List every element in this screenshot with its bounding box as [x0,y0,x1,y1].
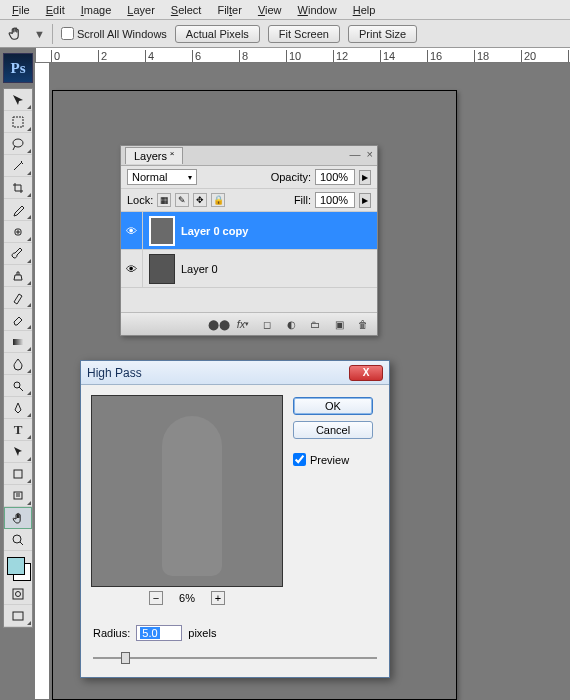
lock-label: Lock: [127,194,153,206]
marquee-tool[interactable] [4,111,32,133]
fill-stepper[interactable]: ▶ [359,193,371,208]
lasso-tool[interactable] [4,133,32,155]
svg-point-7 [13,535,21,543]
zoom-in-button[interactable]: + [211,591,225,605]
brush-tool[interactable] [4,243,32,265]
lock-transparency-icon[interactable]: ▦ [157,193,171,207]
layer-name: Layer 0 copy [181,225,248,237]
layers-tab[interactable]: Layers × [125,147,183,163]
link-layers-icon[interactable]: ⬤⬤ [211,317,227,331]
layer-thumbnail[interactable] [149,216,175,246]
dodge-tool[interactable] [4,375,32,397]
hand-tool[interactable] [4,507,32,529]
healing-brush-tool[interactable] [4,221,32,243]
zoom-out-button[interactable]: − [149,591,163,605]
eraser-tool[interactable] [4,309,32,331]
filter-preview[interactable] [91,395,283,587]
svg-rect-0 [13,117,23,127]
menu-help[interactable]: Help [345,2,384,18]
radius-label: Radius: [93,627,130,639]
gradient-tool[interactable] [4,331,32,353]
menu-filter[interactable]: Filter [209,2,249,18]
lock-all-icon[interactable]: 🔒 [211,193,225,207]
menu-image[interactable]: Image [73,2,120,18]
high-pass-dialog: High Pass X − 6% + OK Cancel Preview Rad… [80,360,390,678]
path-selection-tool[interactable] [4,441,32,463]
preview-checkbox[interactable]: Preview [293,453,373,466]
layer-thumbnail[interactable] [149,254,175,284]
menu-edit[interactable]: Edit [38,2,73,18]
horizontal-ruler: 0 2 4 6 8 10 12 14 16 18 20 22 [35,48,570,63]
scroll-all-checkbox[interactable]: Scroll All Windows [61,27,167,40]
shape-tool[interactable] [4,463,32,485]
fill-label: Fill: [294,194,311,206]
layer-list: 👁 Layer 0 copy 👁 Layer 0 [121,212,377,312]
minimize-icon[interactable]: — [350,148,361,160]
history-brush-tool[interactable] [4,287,32,309]
screen-mode-toggle[interactable] [4,605,32,627]
fit-screen-button[interactable]: Fit Screen [268,25,340,43]
dialog-titlebar[interactable]: High Pass X [81,361,389,385]
lock-pixels-icon[interactable]: ✎ [175,193,189,207]
move-tool[interactable] [4,89,32,111]
magic-wand-tool[interactable] [4,155,32,177]
close-button[interactable]: X [349,365,383,381]
blend-mode-select[interactable]: Normal▾ [127,169,197,185]
svg-rect-5 [14,470,22,478]
menu-select[interactable]: Select [163,2,210,18]
layer-mask-icon[interactable]: ◻ [259,317,275,331]
menu-view[interactable]: View [250,2,290,18]
visibility-icon[interactable]: 👁 [121,212,143,249]
close-icon[interactable]: × [367,148,373,160]
blur-tool[interactable] [4,353,32,375]
type-tool[interactable]: T [4,419,32,441]
menu-file[interactable]: File [4,2,38,18]
zoom-level: 6% [179,592,195,604]
menu-layer[interactable]: Layer [119,2,163,18]
actual-pixels-button[interactable]: Actual Pixels [175,25,260,43]
quick-mask-toggle[interactable] [4,583,32,605]
eyedropper-tool[interactable] [4,199,32,221]
photoshop-logo: Ps [3,53,33,83]
print-size-button[interactable]: Print Size [348,25,417,43]
fill-input[interactable]: 100% [315,192,355,208]
radius-slider[interactable] [93,651,377,665]
vertical-ruler [35,63,50,700]
options-bar: ▼ Scroll All Windows Actual Pixels Fit S… [0,20,570,48]
svg-rect-10 [13,612,23,620]
tool-preset-dropdown[interactable]: ▼ [34,28,44,40]
opacity-label: Opacity: [271,171,311,183]
notes-tool[interactable] [4,485,32,507]
radius-input[interactable]: 5.0 [136,625,182,641]
zoom-tool[interactable] [4,529,32,551]
crop-tool[interactable] [4,177,32,199]
svg-rect-8 [13,589,23,599]
new-layer-icon[interactable]: ▣ [331,317,347,331]
color-swatches[interactable] [5,555,31,579]
layer-row[interactable]: 👁 Layer 0 copy [121,212,377,250]
menu-bar: File Edit Image Layer Select Filter View… [0,0,570,20]
visibility-icon[interactable]: 👁 [121,250,143,287]
tool-palette: T [3,88,33,628]
hand-tool-icon[interactable] [6,24,26,44]
ok-button[interactable]: OK [293,397,373,415]
lock-position-icon[interactable]: ✥ [193,193,207,207]
svg-rect-3 [13,339,23,345]
layer-row[interactable]: 👁 Layer 0 [121,250,377,288]
layer-style-icon[interactable]: fx▾ [235,317,251,331]
adjustment-layer-icon[interactable]: ◐ [283,317,299,331]
opacity-input[interactable]: 100% [315,169,355,185]
svg-point-1 [13,139,23,147]
menu-window[interactable]: Window [290,2,345,18]
opacity-stepper[interactable]: ▶ [359,170,371,185]
layers-panel: Layers × — × Normal▾ Opacity: 100% ▶ Loc… [120,145,378,336]
pen-tool[interactable] [4,397,32,419]
layer-group-icon[interactable]: 🗀 [307,317,323,331]
clone-stamp-tool[interactable] [4,265,32,287]
cancel-button[interactable]: Cancel [293,421,373,439]
svg-point-9 [16,591,21,596]
delete-layer-icon[interactable]: 🗑 [355,317,371,331]
layer-name: Layer 0 [181,263,218,275]
radius-unit: pixels [188,627,216,639]
